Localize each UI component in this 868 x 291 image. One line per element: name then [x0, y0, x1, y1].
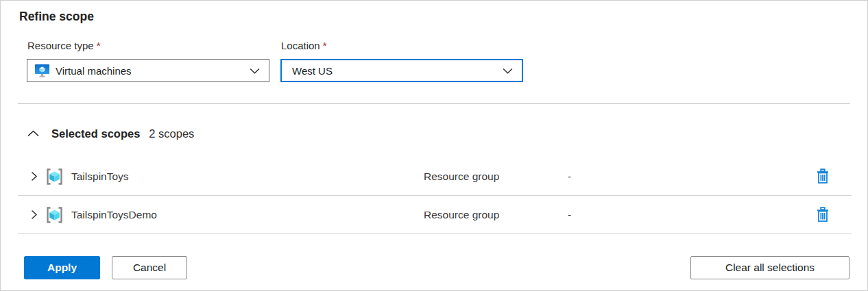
location-label: Location* [281, 40, 327, 51]
scope-type: Resource group [424, 209, 499, 221]
collapse-chevron-up-icon[interactable] [27, 129, 40, 138]
scope-detail: - [568, 209, 571, 221]
selected-scopes-header: Selected scopes 2 scopes [27, 125, 194, 142]
chevron-down-icon [249, 65, 261, 77]
location-dropdown[interactable]: West US [280, 59, 523, 82]
expand-chevron-right-icon[interactable] [29, 170, 38, 182]
page-title: Refine scope [19, 10, 94, 24]
required-asterisk: * [323, 40, 327, 51]
scope-row: TailspinToys Resource group - [18, 157, 852, 196]
expand-chevron-right-icon[interactable] [29, 209, 38, 220]
section-divider [18, 103, 850, 104]
trash-icon [816, 168, 830, 184]
apply-button[interactable]: Apply [24, 256, 100, 279]
resource-group-icon [45, 167, 64, 186]
trash-icon [816, 207, 830, 223]
resource-group-icon [45, 205, 64, 225]
required-asterisk: * [97, 40, 101, 51]
selected-scopes-title: Selected scopes [51, 127, 140, 140]
refine-scope-panel: Refine scope Resource type* Location* [0, 0, 868, 291]
scope-detail: - [568, 170, 571, 183]
scope-row: TailspinToysDemo Resource group - [18, 196, 852, 234]
scope-type: Resource group [424, 170, 499, 183]
selected-scopes-count: 2 scopes [149, 127, 194, 140]
resource-type-label: Resource type* [27, 40, 101, 51]
scope-name: TailspinToys [71, 170, 129, 183]
cancel-button[interactable]: Cancel [112, 256, 187, 279]
delete-scope-button[interactable] [815, 167, 831, 186]
scope-name: TailspinToysDemo [71, 209, 157, 221]
virtual-machine-icon [34, 63, 50, 79]
delete-scope-button[interactable] [815, 205, 831, 224]
clear-all-selections-button[interactable]: Clear all selections [690, 256, 849, 279]
resource-type-value: Virtual machines [56, 65, 132, 77]
location-value: West US [292, 65, 333, 77]
resource-type-dropdown[interactable]: Virtual machines [27, 59, 269, 82]
chevron-down-icon [502, 65, 514, 77]
